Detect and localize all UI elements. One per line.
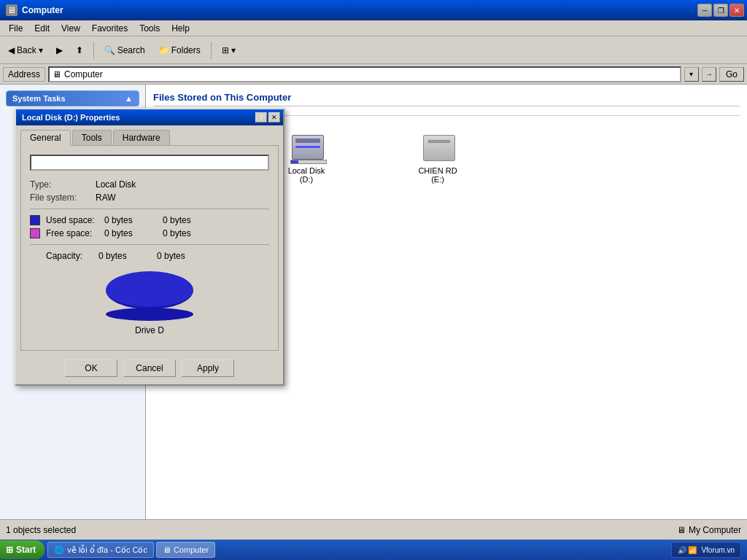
menu-file[interactable]: File	[3, 22, 28, 35]
type-label: Type:	[30, 179, 96, 190]
tray-brand: Vforum.vn	[701, 546, 735, 554]
tray-icons: 🔊 📶	[678, 546, 697, 554]
file-item-local-disk[interactable]: Local Disk (D:)	[277, 132, 336, 187]
free-color-box	[30, 228, 40, 238]
capacity-value-1: 0 bytes	[98, 251, 157, 261]
title-bar: 🖥 Computer ─ ❐ ✕	[0, 0, 747, 20]
my-computer-label: My Computer	[689, 525, 741, 535]
dialog-footer: OK Cancel Apply	[16, 355, 283, 384]
up-icon: ⬆	[76, 45, 83, 55]
ok-button[interactable]: OK	[65, 359, 117, 377]
tab-general[interactable]: General	[20, 130, 71, 146]
window-controls: ─ ❐ ✕	[697, 4, 744, 17]
free-space-row: Free space: 0 bytes 0 bytes	[30, 228, 269, 238]
folders-button[interactable]: 📁 Folders	[153, 42, 206, 58]
disk-icon	[289, 135, 324, 164]
start-button[interactable]: ⊞ Start	[0, 540, 44, 559]
capacity-row: Capacity: 0 bytes 0 bytes	[46, 251, 269, 261]
search-button[interactable]: 🔍 Search	[99, 42, 150, 58]
type-value: Local Disk	[96, 179, 136, 190]
taskbar-items: 🌐 vẽ lỗi ổ đĩa - Cốc Cốc 🖥 Computer	[47, 542, 215, 558]
computer-taskbar-icon: 🖥	[163, 545, 171, 554]
up-button[interactable]: ⬆	[71, 42, 88, 58]
status-text: 1 objects selected	[6, 525, 677, 535]
system-tasks-header[interactable]: System Tasks ▲	[7, 91, 139, 106]
menu-tools[interactable]: Tools	[133, 22, 166, 35]
forward-button[interactable]: ▶	[51, 42, 68, 58]
status-bar: 1 objects selected 🖥 My Computer	[0, 519, 747, 540]
address-go-button[interactable]: Go	[719, 67, 744, 82]
dialog-close-button[interactable]: ✕	[268, 112, 280, 122]
address-value: Computer	[64, 69, 103, 79]
my-computer-icon: 🖥	[677, 525, 686, 535]
windows-logo-icon: ⊞	[6, 545, 13, 555]
window-icon: 🖥	[6, 4, 18, 16]
dialog-help-button[interactable]: ?	[255, 112, 267, 122]
back-button[interactable]: ◀ Back ▾	[3, 42, 48, 58]
menu-help[interactable]: Help	[166, 22, 196, 35]
back-dropdown-icon: ▾	[39, 45, 43, 55]
address-label: Address	[3, 67, 45, 82]
dialog-tab-content: Type: Local Disk File system: RAW Used s…	[20, 145, 279, 351]
minimize-button[interactable]: ─	[697, 4, 712, 17]
menu-favorites[interactable]: Favorites	[86, 22, 133, 35]
dialog-titlebar: Local Disk (D:) Properties ? ✕	[16, 109, 283, 125]
taskbar-item-computer[interactable]: 🖥 Computer	[156, 542, 215, 558]
capacity-label: Capacity:	[46, 251, 98, 261]
taskbar-left: ⊞ Start 🌐 vẽ lỗi ổ đĩa - Cốc Cốc 🖥 Compu…	[0, 540, 215, 559]
coccoc-icon: 🌐	[54, 545, 64, 555]
properties-dialog: Local Disk (D:) Properties ? ✕ General T…	[15, 108, 285, 386]
views-button[interactable]: ⊞ ▾	[217, 42, 241, 58]
address-computer-icon: 🖥	[53, 69, 61, 79]
menu-edit[interactable]: Edit	[28, 22, 55, 35]
tab-tools[interactable]: Tools	[72, 130, 112, 145]
tab-hardware[interactable]: Hardware	[113, 130, 170, 145]
back-label: Back	[17, 45, 36, 55]
dialog-title: Local Disk (D:) Properties	[22, 113, 120, 122]
used-value-1: 0 bytes	[104, 215, 163, 225]
capacity-value-2: 0 bytes	[157, 251, 185, 261]
folders-label: Folders	[171, 45, 201, 55]
system-tray: 🔊 📶 Vforum.vn	[671, 542, 741, 558]
menu-view[interactable]: View	[55, 22, 86, 35]
title-bar-left: 🖥 Computer	[6, 4, 63, 16]
search-label: Search	[117, 45, 145, 55]
collapse-icon: ▲	[125, 94, 133, 103]
pie-chart	[102, 270, 197, 321]
menu-bar: File Edit View Favorites Tools Help	[0, 20, 747, 36]
used-label: Used space:	[46, 215, 104, 225]
coccoc-label: vẽ lỗi ổ đĩa - Cốc Cốc	[67, 545, 147, 555]
computer-taskbar-label: Computer	[174, 545, 209, 554]
file-item-removable[interactable]: CHIEN RD (E:)	[409, 132, 467, 187]
apply-button[interactable]: Apply	[182, 359, 234, 377]
back-icon: ◀	[8, 45, 15, 55]
forward-icon: ▶	[56, 45, 63, 55]
cancel-button[interactable]: Cancel	[123, 359, 176, 377]
taskbar-item-coccoc[interactable]: 🌐 vẽ lỗi ổ đĩa - Cốc Cốc	[47, 542, 154, 558]
used-color-box	[30, 215, 40, 225]
filesystem-value: RAW	[96, 192, 116, 203]
filesystem-row: File system: RAW	[30, 192, 269, 203]
address-go-back-button[interactable]: →	[702, 67, 716, 82]
file-label-removable: CHIEN RD (E:)	[411, 166, 464, 184]
file-label-local-disk: Local Disk (D:)	[280, 166, 333, 184]
used-value-2: 0 bytes	[163, 215, 191, 225]
system-tasks-label: System Tasks	[12, 94, 66, 103]
taskbar-right: 🔊 📶 Vforum.vn	[671, 542, 747, 558]
dialog-tabs: General Tools Hardware	[16, 125, 283, 145]
search-icon: 🔍	[104, 45, 115, 55]
views-icon: ⊞	[222, 45, 229, 55]
content-header: Files Stored on This Computer	[153, 92, 740, 106]
restore-button[interactable]: ❐	[713, 4, 728, 17]
disk-name-input[interactable]	[30, 155, 269, 171]
filesystem-label: File system:	[30, 192, 96, 203]
dialog-controls: ? ✕	[255, 112, 280, 122]
pie-side	[106, 308, 193, 321]
address-dropdown-button[interactable]: ▾	[684, 67, 699, 82]
toolbar-separator-2	[211, 42, 212, 59]
close-button[interactable]: ✕	[729, 4, 744, 17]
address-input[interactable]: 🖥 Computer	[48, 66, 681, 82]
type-row: Type: Local Disk	[30, 179, 269, 190]
folders-icon: 📁	[158, 45, 169, 55]
status-right: 🖥 My Computer	[677, 525, 741, 535]
